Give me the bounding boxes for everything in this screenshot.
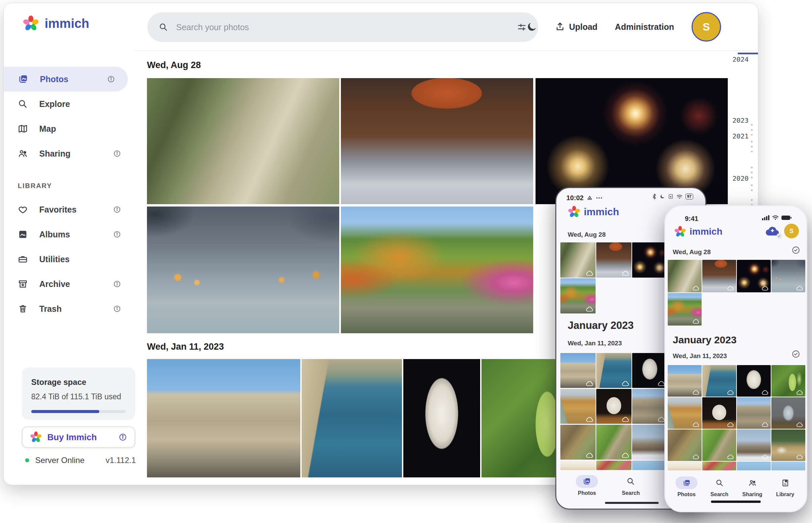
- sidebar-item-map[interactable]: Map: [4, 116, 134, 141]
- thumb-beach-cliff[interactable]: [560, 389, 595, 424]
- photo-holding-hands[interactable]: [147, 206, 339, 333]
- thumb-castle-ruins[interactable]: [737, 397, 771, 429]
- thumb-silver-ornament[interactable]: [772, 397, 805, 429]
- thumb-stone-sculpture[interactable]: [702, 397, 736, 429]
- info-icon[interactable]: [113, 230, 121, 238]
- dark-mode-moon-icon[interactable]: [526, 21, 537, 33]
- nav-tab-search[interactable]: Search: [620, 475, 642, 496]
- sidebar-item-albums[interactable]: Albums: [4, 222, 134, 247]
- nav-tab-label: Search: [622, 490, 640, 496]
- briefcase-icon: [18, 254, 28, 264]
- thumb-zoo-monkeys[interactable]: [668, 260, 702, 292]
- immich-flower-icon: [674, 226, 686, 238]
- thumb-snowy-church[interactable]: [737, 430, 771, 461]
- photo-coastal-fort[interactable]: [301, 359, 402, 477]
- thumb-marble-bust[interactable]: [632, 353, 668, 388]
- thumb-holiday-dinner[interactable]: [596, 242, 632, 277]
- trash-icon: [18, 304, 28, 314]
- nav-tab-sharing[interactable]: Sharing: [741, 476, 763, 498]
- nav-tab-search[interactable]: Search: [708, 476, 730, 498]
- sidebar-item-favorites[interactable]: Favorites: [4, 197, 134, 222]
- thumb-holding-hands[interactable]: [772, 260, 805, 292]
- upload-button[interactable]: Upload: [555, 22, 598, 32]
- thumb-zoo-monkeys[interactable]: [560, 242, 595, 277]
- date-group-header: Wed, Aug 28: [568, 231, 606, 238]
- thumb-fortress[interactable]: [668, 365, 702, 397]
- thumb-partial[interactable]: [668, 462, 702, 470]
- thumb-holiday-dinner[interactable]: [702, 260, 736, 292]
- thumb-partial[interactable]: [560, 461, 595, 470]
- thumb-partial[interactable]: [772, 462, 805, 470]
- thumb-autumn-path[interactable]: [560, 278, 595, 313]
- library-heading: LIBRARY: [18, 182, 134, 190]
- photo-fireworks[interactable]: [536, 78, 728, 204]
- brand-wordmark: immich: [584, 206, 619, 218]
- thumb-partial[interactable]: [596, 461, 632, 470]
- thumb-castle-ruins[interactable]: [632, 389, 668, 424]
- thumb-sea-grapes[interactable]: [772, 365, 805, 397]
- info-icon[interactable]: [113, 280, 121, 288]
- battery-icon: [781, 215, 792, 220]
- search-bar[interactable]: [147, 13, 538, 42]
- user-avatar[interactable]: S: [692, 12, 721, 41]
- info-icon[interactable]: [107, 75, 115, 83]
- immich-marketing-screenshot: { "app": { "brand": "immich", "header": …: [0, 0, 812, 523]
- thumb-snowy-church[interactable]: [632, 425, 668, 459]
- info-icon[interactable]: [113, 305, 121, 313]
- sidebar-item-photos[interactable]: Photos: [4, 67, 128, 92]
- photo-autumn-path[interactable]: [341, 206, 533, 333]
- sidebar-item-label: Trash: [39, 304, 62, 314]
- search-filters-icon[interactable]: [517, 22, 527, 32]
- thumb-stone-sculpture[interactable]: [596, 389, 632, 424]
- thumb-coastal-fort[interactable]: [702, 365, 736, 397]
- sharing-people-icon: [18, 148, 28, 159]
- cloud-backup-icon: [761, 390, 769, 395]
- thumb-beach-cliff[interactable]: [668, 397, 702, 429]
- nav-tab-photos[interactable]: Photos: [675, 476, 697, 498]
- thumb-coastal-fort[interactable]: [596, 353, 632, 388]
- thumb-marble-bust[interactable]: [737, 365, 771, 397]
- user-avatar[interactable]: S: [784, 223, 799, 238]
- header-actions: Upload Administration S: [526, 3, 721, 51]
- administration-link[interactable]: Administration: [615, 22, 674, 32]
- avatar-initial: S: [790, 228, 794, 235]
- thumb-partial[interactable]: [632, 461, 668, 470]
- info-icon[interactable]: [113, 149, 121, 158]
- thumb-fortress[interactable]: [560, 353, 595, 388]
- immich-logo[interactable]: immich: [22, 15, 89, 32]
- select-all-check-icon[interactable]: [792, 246, 800, 254]
- buy-immich-button[interactable]: Buy Immich: [22, 427, 135, 448]
- select-group-check-icon[interactable]: [792, 350, 800, 358]
- nav-tab-library[interactable]: Library: [774, 476, 796, 498]
- sidebar-item-trash[interactable]: Trash: [4, 296, 134, 321]
- cloud-sync-button[interactable]: ✓: [765, 225, 780, 238]
- thumb-fireworks[interactable]: [737, 260, 771, 292]
- thumb-fireworks[interactable]: [632, 242, 668, 277]
- cloud-backup-icon: [796, 390, 803, 395]
- photo-fortress-walls[interactable]: [147, 359, 300, 477]
- thumb-autumn-path[interactable]: [668, 293, 702, 326]
- thumb-lizard-moss[interactable]: [702, 430, 736, 461]
- sidebar-item-utilities[interactable]: Utilities: [4, 247, 134, 272]
- sidebar-item-sharing[interactable]: Sharing: [4, 141, 134, 166]
- sidebar-item-archive[interactable]: Archive: [4, 272, 134, 296]
- status-time: 9:41: [685, 215, 698, 222]
- sidebar-item-explore[interactable]: Explore: [4, 92, 134, 116]
- thumb-lizard-ground[interactable]: [668, 430, 702, 461]
- cloud-backup-icon: [586, 306, 593, 312]
- sim-missing-icon: [668, 194, 673, 199]
- wifi-icon: [772, 215, 779, 220]
- thumb-lizard-ground[interactable]: [560, 425, 595, 459]
- photo-holiday-dinner[interactable]: [341, 78, 533, 204]
- thumb-partial[interactable]: [737, 462, 771, 470]
- info-icon[interactable]: [113, 205, 121, 214]
- thumb-alpine-farm[interactable]: [772, 430, 805, 461]
- photos-icon: [683, 479, 691, 487]
- search-icon: [715, 479, 724, 487]
- thumb-lizard-moss[interactable]: [596, 425, 632, 459]
- photo-marble-bust[interactable]: [403, 359, 480, 477]
- nav-tab-photos[interactable]: Photos: [576, 475, 598, 496]
- thumb-partial[interactable]: [702, 462, 736, 470]
- search-input[interactable]: [175, 22, 509, 33]
- photo-zoo-monkeys[interactable]: [147, 78, 339, 204]
